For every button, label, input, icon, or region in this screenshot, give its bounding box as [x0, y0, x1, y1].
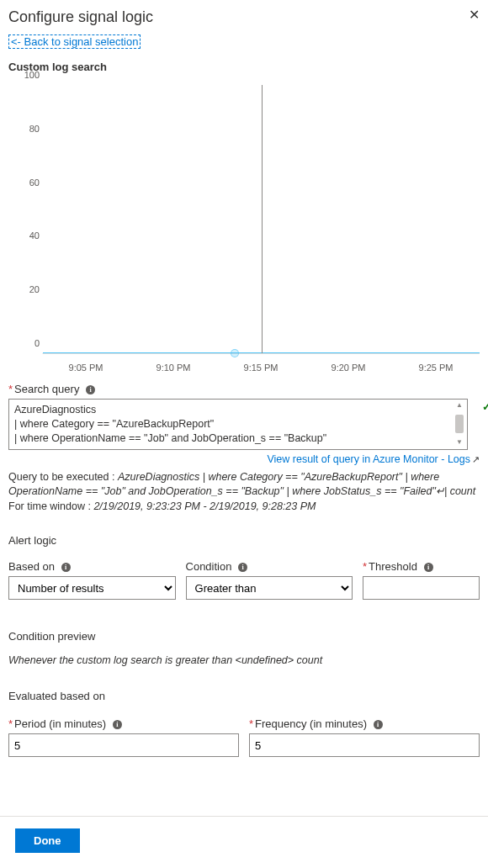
scrollbar[interactable]: ▲▼ — [454, 401, 465, 447]
section-title: Custom log search — [8, 61, 480, 73]
view-result-link[interactable]: View result of query in Azure Monitor - … — [267, 453, 470, 465]
chart-x-tick: 9:10 PM — [130, 363, 217, 373]
alert-logic-heading: Alert logic — [8, 534, 480, 547]
chart-x-axis: 9:05 PM9:10 PM9:15 PM9:20 PM9:25 PM — [42, 363, 480, 373]
chart-y-tick: 60 — [18, 177, 40, 188]
chart-y-tick: 20 — [18, 284, 40, 294]
info-icon[interactable]: i — [424, 563, 433, 572]
frequency-input[interactable] — [249, 733, 480, 757]
chart-cursor-line — [262, 85, 263, 353]
condition-preview-text: Whenever the custom log search is greate… — [8, 654, 480, 666]
chart-x-tick: 9:15 PM — [217, 363, 305, 373]
chart-x-tick: 9:20 PM — [305, 363, 392, 373]
info-icon[interactable]: i — [61, 563, 71, 572]
info-icon[interactable]: i — [374, 720, 383, 729]
chart-x-tick: 9:05 PM — [42, 363, 130, 373]
done-button[interactable]: Done — [15, 828, 80, 853]
based-on-select[interactable]: Number of results — [8, 576, 176, 600]
search-query-input[interactable]: AzureDiagnostics | where Category == "Az… — [8, 399, 468, 450]
condition-label: Condition i — [186, 560, 353, 573]
query-executed-text: Query to be executed : AzureDiagnostics … — [8, 470, 480, 515]
threshold-label: *Threshold i — [363, 560, 480, 573]
info-icon[interactable]: i — [238, 563, 247, 572]
threshold-input[interactable] — [363, 576, 480, 600]
valid-check-icon: ✓ — [482, 400, 488, 413]
back-link[interactable]: <- Back to signal selection — [8, 34, 141, 49]
chart-y-tick: 100 — [18, 70, 40, 80]
chart: 020406080100 9:05 PM9:10 PM9:15 PM9:20 P… — [17, 85, 480, 373]
period-label: *Period (in minutes) i — [8, 717, 239, 730]
chart-x-tick: 9:25 PM — [392, 363, 480, 373]
frequency-label: *Frequency (in minutes) i — [249, 717, 480, 730]
search-query-label: *Search query i — [8, 383, 480, 395]
chart-y-tick: 0 — [18, 338, 40, 348]
close-icon[interactable]: ✕ — [469, 8, 480, 22]
condition-preview-heading: Condition preview — [8, 630, 480, 643]
condition-select[interactable]: Greater than — [186, 576, 353, 600]
period-input[interactable] — [8, 733, 239, 757]
chart-highlight-dot — [231, 349, 239, 357]
info-icon[interactable]: i — [113, 720, 122, 729]
chart-y-tick: 80 — [18, 124, 40, 134]
based-on-label: Based on i — [8, 560, 176, 573]
panel-title: Configure signal logic — [8, 8, 153, 26]
chart-y-tick: 40 — [18, 230, 40, 241]
external-link-icon: ↗ — [472, 454, 480, 464]
evaluated-heading: Evaluated based on — [8, 690, 480, 702]
info-icon[interactable]: i — [86, 385, 95, 394]
